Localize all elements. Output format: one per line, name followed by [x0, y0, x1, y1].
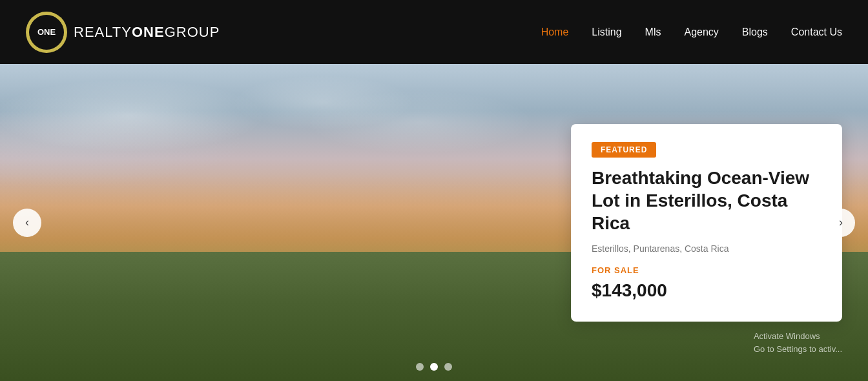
logo-text-bold: ONE [132, 24, 165, 40]
logo-circle: ONE [26, 12, 67, 53]
listing-status: FOR SALE [592, 265, 822, 275]
navbar: ONE REALTYONEGROUP Home Listing Mls Agen… [0, 0, 868, 64]
dot-1[interactable] [416, 363, 424, 371]
listing-price: $143,000 [592, 280, 822, 301]
logo-text: REALTYONEGROUP [74, 24, 220, 41]
nav-item-contact[interactable]: Contact Us [791, 26, 842, 38]
nav-link-mls[interactable]: Mls [645, 26, 661, 37]
activate-windows-overlay: Activate Windows Go to Settings to activ… [754, 330, 842, 355]
nav-link-agency[interactable]: Agency [684, 26, 718, 37]
listing-title: Breathtaking Ocean-View Lot in Esterillo… [592, 167, 822, 234]
prev-arrow-icon: ‹ [25, 216, 29, 229]
prev-arrow-button[interactable]: ‹ [13, 209, 41, 237]
dot-2[interactable] [430, 363, 438, 371]
nav-item-agency[interactable]: Agency [684, 26, 718, 38]
carousel-dots [416, 363, 452, 371]
logo-circle-text: ONE [37, 27, 56, 37]
nav-link-contact[interactable]: Contact Us [791, 26, 842, 37]
logo[interactable]: ONE REALTYONEGROUP [26, 12, 220, 53]
nav-link-listing[interactable]: Listing [592, 26, 621, 37]
listing-location: Esterillos, Puntarenas, Costa Rica [592, 243, 822, 254]
hero-section: ‹ FEATURED Breathtaking Ocean-View Lot i… [0, 64, 868, 381]
nav-item-home[interactable]: Home [541, 26, 569, 38]
nav-link-home[interactable]: Home [541, 26, 569, 37]
activate-line1: Activate Windows [754, 330, 842, 343]
nav-item-listing[interactable]: Listing [592, 26, 621, 38]
nav-link-blogs[interactable]: Blogs [742, 26, 768, 37]
logo-text-end: GROUP [165, 24, 220, 40]
next-arrow-icon: › [839, 216, 843, 229]
dot-3[interactable] [444, 363, 452, 371]
activate-line2: Go to Settings to activ... [754, 343, 842, 356]
featured-badge: FEATURED [592, 142, 656, 158]
nav-item-mls[interactable]: Mls [645, 26, 661, 38]
logo-circle-inner: ONE [29, 15, 64, 50]
logo-text-regular: REALTY [74, 24, 132, 40]
next-arrow-button[interactable]: › [827, 209, 855, 237]
nav-item-blogs[interactable]: Blogs [742, 26, 768, 38]
listing-card: FEATURED Breathtaking Ocean-View Lot in … [571, 124, 842, 322]
nav-links: Home Listing Mls Agency Blogs Contact Us [541, 26, 842, 38]
